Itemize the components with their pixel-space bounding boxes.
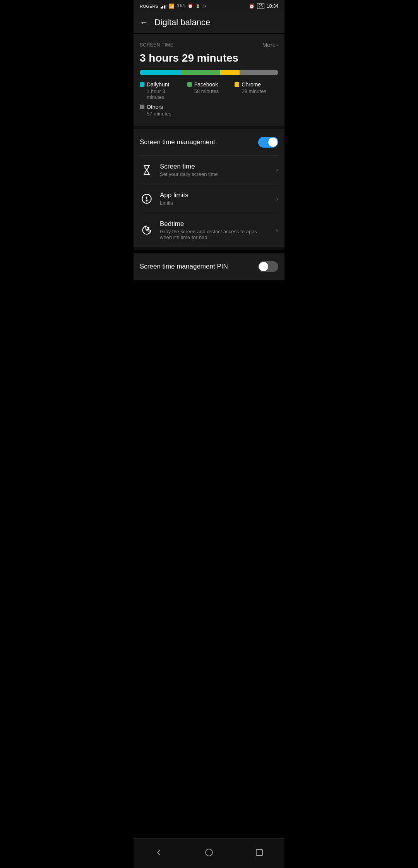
facebook-segment (181, 70, 220, 75)
others-color (140, 105, 144, 109)
dailyhunt-legend: Dailyhunt 1 hour 3 minutes (140, 81, 183, 100)
back-button[interactable]: ← (140, 17, 148, 28)
carrier-label: ROGERS (140, 4, 158, 9)
facebook-legend: Facebook 58 minutes (187, 81, 231, 100)
divider-1 (134, 126, 284, 129)
pin-toggle[interactable] (258, 261, 278, 272)
alert-circle-icon (140, 192, 154, 206)
facebook-color (187, 82, 192, 87)
screen-time-section: SCREEN TIME More › 3 hours 29 minutes Da… (134, 34, 284, 126)
svg-text:z: z (147, 227, 149, 230)
others-segment (240, 70, 278, 75)
pin-toggle-knob (259, 262, 268, 271)
app-limits-menu-item[interactable]: App limits Limits › (140, 184, 278, 213)
data-speed: 0 K/s (177, 4, 186, 8)
bedtime-title: Bedtime (160, 220, 270, 228)
page-title: Digital balance (154, 17, 210, 28)
time-display: 10:34 (267, 3, 278, 9)
app-limits-menu-text: App limits Limits (160, 191, 270, 206)
divider-2 (134, 247, 284, 250)
status-left: ROGERS 📶 0 K/s ⏰ ⏳ ω (140, 3, 206, 9)
pin-toggle-row: Screen time management PIN (140, 253, 278, 280)
pin-toggle-label: Screen time management PIN (140, 263, 228, 270)
chrome-color (235, 82, 239, 87)
screen-time-subtitle: Set your daily screen time (160, 171, 270, 177)
section-label: SCREEN TIME (140, 42, 173, 48)
screen-time-total: 3 hours 29 minutes (140, 52, 278, 64)
dailyhunt-segment (140, 70, 181, 75)
others-time: 57 minutes (140, 111, 183, 117)
chrome-time: 29 minutes (235, 88, 278, 94)
status-bar: ROGERS 📶 0 K/s ⏰ ⏳ ω ⏰ 26 10:34 (134, 0, 284, 12)
screen-time-menu-text: Screen time Set your daily screen time (160, 163, 270, 177)
dailyhunt-color (140, 82, 144, 87)
others-legend: Others 57 minutes (140, 104, 183, 117)
svg-point-2 (146, 200, 147, 201)
status-right: ⏰ 26 10:34 (249, 3, 278, 9)
app-icon: ω (202, 4, 206, 8)
chrome-segment (220, 70, 240, 75)
screen-time-title: Screen time (160, 163, 270, 170)
bedtime-subtitle: Gray the screen and restrict access to a… (160, 229, 270, 240)
battery-icon: 26 (257, 3, 264, 9)
more-link[interactable]: More › (262, 41, 278, 48)
bedtime-chevron: › (276, 226, 278, 234)
bedtime-menu-item[interactable]: z Bedtime Gray the screen and restrict a… (140, 213, 278, 247)
toggle-knob (268, 138, 278, 147)
pin-section: Screen time management PIN (134, 253, 284, 280)
section-header: SCREEN TIME More › (140, 41, 278, 48)
page-header: ← Digital balance (134, 12, 284, 33)
usage-progress-bar (140, 70, 278, 75)
app-limits-subtitle: Limits (160, 200, 270, 206)
bedtime-menu-text: Bedtime Gray the screen and restrict acc… (160, 220, 270, 240)
facebook-time: 58 minutes (187, 88, 231, 94)
hourglass-icon (140, 163, 154, 177)
chevron-right-icon: › (276, 41, 278, 48)
management-section: Screen time management Screen time Set y… (134, 129, 284, 247)
screen-time-chevron: › (276, 166, 278, 174)
signal-icon (161, 4, 166, 9)
app-limits-chevron: › (276, 195, 278, 203)
dnd-icon: ⏳ (195, 4, 200, 8)
dailyhunt-name: Dailyhunt (147, 81, 169, 88)
chrome-name: Chrome (242, 81, 261, 88)
screen-time-menu-item[interactable]: Screen time Set your daily screen time › (140, 156, 278, 184)
app-legend: Dailyhunt 1 hour 3 minutes Facebook 58 m… (140, 81, 278, 117)
management-toggle-row: Screen time management (140, 129, 278, 156)
moon-z-icon: z (140, 223, 154, 237)
alarm-icon: ⏰ (188, 3, 193, 9)
wifi-icon: 📶 (169, 3, 175, 9)
dailyhunt-time: 1 hour 3 minutes (140, 88, 183, 100)
app-limits-title: App limits (160, 191, 270, 199)
facebook-name: Facebook (194, 81, 218, 88)
others-name: Others (147, 104, 163, 110)
alarm-clock-icon: ⏰ (249, 3, 255, 9)
chrome-legend: Chrome 29 minutes (235, 81, 278, 100)
management-toggle-label: Screen time management (140, 138, 215, 146)
management-toggle[interactable] (258, 137, 278, 148)
